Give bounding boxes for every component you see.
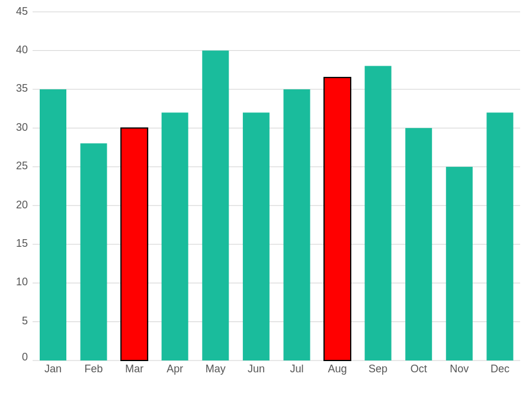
y-label-0: 0 [22,351,28,363]
bar-aug[interactable] [324,78,351,360]
bar-mar[interactable] [121,128,148,360]
bar-jul[interactable] [284,89,310,360]
month-label-jan: Jan [44,363,62,375]
month-label-apr: Apr [166,363,183,375]
month-label-sep: Sep [368,363,387,375]
bar-sep[interactable] [365,66,392,360]
bar-apr[interactable] [162,112,188,360]
bar-jan[interactable] [40,89,66,360]
bar-feb[interactable] [81,143,107,360]
bar-oct[interactable] [405,128,432,360]
y-label-5: 5 [22,315,28,327]
bar-nov[interactable] [446,167,473,360]
month-label-oct: Oct [411,363,427,375]
month-label-nov: Nov [450,363,469,375]
month-label-mar: Mar [125,363,143,375]
y-label-45: 45 [16,5,28,17]
month-label-may: May [206,363,226,375]
y-label-35: 35 [16,82,28,94]
y-label-10: 10 [16,276,28,288]
y-label-25: 25 [16,160,28,172]
y-label-30: 30 [16,121,28,133]
month-label-feb: Feb [84,363,102,375]
y-label-20: 20 [16,199,28,211]
y-label-40: 40 [16,44,28,56]
month-label-jul: Jul [290,363,303,375]
bar-jun[interactable] [243,112,270,360]
bar-chart: .axis-label { font-size: 18px; fill: #55… [33,12,520,360]
chart-container: .axis-label { font-size: 18px; fill: #55… [0,0,532,396]
bar-dec[interactable] [486,112,513,360]
month-label-aug: Aug [328,363,347,375]
bar-may[interactable] [202,50,229,360]
chart-area: .axis-label { font-size: 18px; fill: #55… [33,12,520,360]
month-label-jun: Jun [248,363,265,375]
y-label-15: 15 [16,237,28,249]
month-label-dec: Dec [491,363,509,375]
